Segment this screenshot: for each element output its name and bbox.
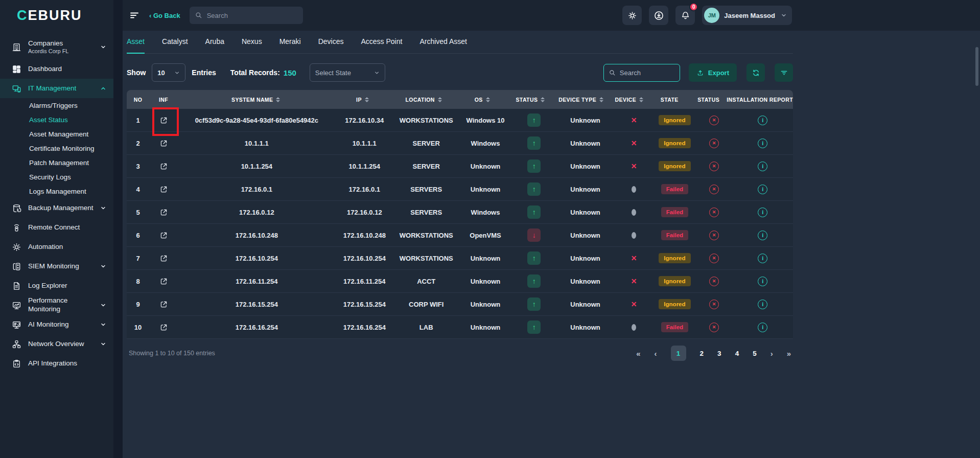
installation-report-info-icon[interactable]: i xyxy=(758,116,767,125)
column-header-os[interactable]: OS xyxy=(456,97,508,103)
sidebar: CEBURU CompaniesAcordis Corp FLDashboard… xyxy=(0,0,113,458)
column-header-device[interactable]: DEVICE xyxy=(610,97,648,103)
agent-download-button[interactable] xyxy=(649,6,668,25)
sidebar-subitem-certificate-monitoring[interactable]: Certificate Monitoring xyxy=(0,141,113,155)
sidebar-item-dashboard[interactable]: Dashboard xyxy=(0,59,113,79)
table-footer: Showing 1 to 10 of 150 entries «‹12345›» xyxy=(127,346,793,361)
page-button-4[interactable]: 4 xyxy=(735,350,739,357)
first-page-icon[interactable]: « xyxy=(636,349,640,358)
state-badge: Ignored xyxy=(659,138,690,148)
sidebar-item-api-integrations[interactable]: API Integrations xyxy=(0,354,113,373)
page-size-select[interactable]: 10 xyxy=(152,63,185,82)
cell-no: 2 xyxy=(127,140,149,147)
inf-external-link-button[interactable] xyxy=(159,139,168,148)
installation-report-info-icon[interactable]: i xyxy=(758,185,767,194)
sidebar-item-siem-monitoring[interactable]: SIEM Monitoring xyxy=(0,257,113,276)
sidebar-item-backup-management[interactable]: Backup Management xyxy=(0,198,113,218)
last-page-icon[interactable]: » xyxy=(787,349,791,358)
export-button[interactable]: Export xyxy=(689,63,737,82)
sidebar-item-network-overview[interactable]: Network Overview xyxy=(0,334,113,354)
sidebar-subitem-logs-management[interactable]: Logs Management xyxy=(0,184,113,198)
sidebar-item-companies[interactable]: CompaniesAcordis Corp FL xyxy=(0,35,113,59)
sidebar-item-remote-connect[interactable]: Remote Connect xyxy=(0,218,113,237)
column-header-label: DEVICE xyxy=(615,97,637,103)
filter-button[interactable] xyxy=(775,63,793,82)
inf-external-link-button[interactable] xyxy=(159,300,168,309)
tab-asset[interactable]: Asset xyxy=(127,37,145,45)
device-dot-icon xyxy=(632,209,636,216)
theme-toggle-button[interactable] xyxy=(622,6,642,25)
inf-external-link-button[interactable] xyxy=(159,185,168,194)
cell-ip: 172.16.0.1 xyxy=(336,186,393,193)
column-header-device-type[interactable]: DEVICE TYPE xyxy=(552,97,610,103)
go-back-link[interactable]: ‹ Go Back xyxy=(149,12,180,19)
tab-catalyst[interactable]: Catalyst xyxy=(162,37,188,45)
global-search-input[interactable] xyxy=(207,12,298,19)
page-button-1[interactable]: 1 xyxy=(671,346,686,361)
ceburu-logo[interactable]: CEBURU xyxy=(17,8,82,24)
sidebar-item-it-management[interactable]: IT Management xyxy=(0,79,113,98)
sidebar-subitem-asset-management[interactable]: Asset Management xyxy=(0,127,113,141)
menu-toggle-icon[interactable] xyxy=(127,8,142,22)
asset-tabs: AssetCatalystArubaNexusMerakiDevicesAcce… xyxy=(127,37,793,54)
cell-system-name: 10.1.1.1 xyxy=(178,140,336,147)
tab-meraki[interactable]: Meraki xyxy=(279,37,301,45)
column-header-location[interactable]: LOCATION xyxy=(391,97,456,103)
column-header-ip[interactable]: IP xyxy=(334,97,391,103)
tab-access-point[interactable]: Access Point xyxy=(361,37,402,45)
status-error-icon: ✕ xyxy=(709,185,719,194)
notifications-button[interactable]: 0 xyxy=(675,6,695,25)
installation-report-info-icon[interactable]: i xyxy=(758,231,767,240)
inf-external-link-button[interactable] xyxy=(159,254,168,263)
installation-report-info-icon[interactable]: i xyxy=(758,254,767,263)
inf-external-link-button[interactable] xyxy=(159,208,168,217)
page-button-2[interactable]: 2 xyxy=(700,350,704,357)
external-link-icon xyxy=(159,185,168,194)
chevron-down-icon xyxy=(100,263,106,269)
prev-page-icon[interactable]: ‹ xyxy=(655,349,657,358)
status-error-icon: ✕ xyxy=(709,277,719,286)
refresh-button[interactable] xyxy=(746,63,765,82)
next-page-icon[interactable]: › xyxy=(771,349,773,358)
sidebar-subitem-patch-management[interactable]: Patch Management xyxy=(0,155,113,170)
page-button-3[interactable]: 3 xyxy=(717,350,721,357)
inf-external-link-button[interactable] xyxy=(159,277,168,286)
column-header-status[interactable]: STATUS xyxy=(508,97,553,103)
sidebar-item-log-explorer[interactable]: Log Explorer xyxy=(0,276,113,295)
sidebar-item-ai-monitoring[interactable]: AI Monitoring xyxy=(0,315,113,334)
sidebar-item-label: API Integrations xyxy=(28,359,77,368)
tab-nexus[interactable]: Nexus xyxy=(242,37,262,45)
page-button-5[interactable]: 5 xyxy=(753,350,757,357)
installation-report-info-icon[interactable]: i xyxy=(758,323,767,332)
cell-device-type: Unknown xyxy=(556,117,614,124)
inf-external-link-button[interactable] xyxy=(159,116,168,125)
sidebar-item-label: Dashboard xyxy=(28,65,62,74)
external-link-icon xyxy=(159,231,168,240)
tab-aruba[interactable]: Aruba xyxy=(205,37,224,45)
cell-os: Unknown xyxy=(459,301,512,308)
sidebar-subitem-security-logs[interactable]: Security Logs xyxy=(0,170,113,184)
sidebar-subitem-asset-status[interactable]: Asset Status xyxy=(0,112,113,127)
state-filter-select[interactable]: Select State xyxy=(310,63,385,82)
installation-report-info-icon[interactable]: i xyxy=(758,139,767,148)
tab-archived-asset[interactable]: Archived Asset xyxy=(419,37,467,45)
user-profile-menu[interactable]: JM Jaseem Massod xyxy=(702,6,792,25)
installation-report-info-icon[interactable]: i xyxy=(758,208,767,217)
inf-external-link-button[interactable] xyxy=(159,323,168,332)
inf-external-link-button[interactable] xyxy=(159,162,168,171)
sidebar-item-label: Network Overview xyxy=(28,340,84,349)
sidebar-subitem-alarms-triggers[interactable]: Alarms/Triggers xyxy=(0,98,113,112)
upload-icon xyxy=(696,69,704,77)
sidebar-item-performance-monitoring[interactable]: Performance Monitoring xyxy=(0,295,113,315)
state-badge: Ignored xyxy=(659,161,690,171)
tab-devices[interactable]: Devices xyxy=(318,37,344,45)
sidebar-item-automation[interactable]: Automation xyxy=(0,237,113,257)
installation-report-info-icon[interactable]: i xyxy=(758,162,767,171)
installation-report-info-icon[interactable]: i xyxy=(758,277,767,286)
inf-external-link-button[interactable] xyxy=(159,231,168,240)
table-search-input[interactable] xyxy=(620,69,675,77)
installation-report-info-icon[interactable]: i xyxy=(758,300,767,309)
column-header-system-name[interactable]: SYSTEM NAME xyxy=(178,97,334,103)
logo-rest: EBURU xyxy=(28,8,82,23)
page-scrollbar-thumb[interactable] xyxy=(975,47,978,86)
